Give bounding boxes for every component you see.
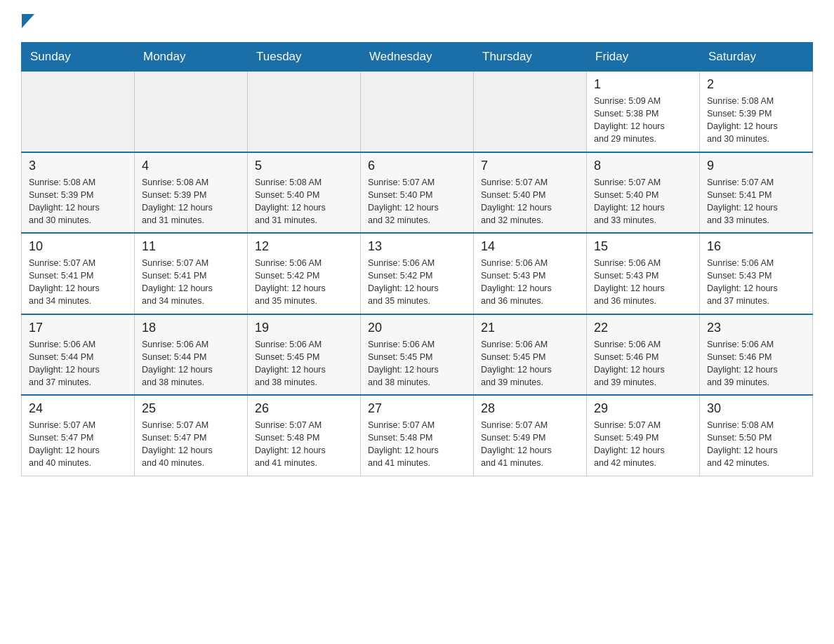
day-number: 12 xyxy=(255,239,353,254)
day-info: Sunrise: 5:07 AMSunset: 5:49 PMDaylight:… xyxy=(481,419,579,470)
calendar-cell: 14Sunrise: 5:06 AMSunset: 5:43 PMDayligh… xyxy=(474,233,587,314)
calendar-cell: 21Sunrise: 5:06 AMSunset: 5:45 PMDayligh… xyxy=(474,314,587,396)
calendar-cell: 2Sunrise: 5:08 AMSunset: 5:39 PMDaylight… xyxy=(700,72,813,152)
day-info: Sunrise: 5:06 AMSunset: 5:46 PMDaylight:… xyxy=(707,338,805,389)
calendar-week-row: 24Sunrise: 5:07 AMSunset: 5:47 PMDayligh… xyxy=(22,395,813,476)
day-info: Sunrise: 5:06 AMSunset: 5:43 PMDaylight:… xyxy=(594,257,692,308)
calendar-cell: 7Sunrise: 5:07 AMSunset: 5:40 PMDaylight… xyxy=(474,152,587,234)
day-info: Sunrise: 5:09 AMSunset: 5:38 PMDaylight:… xyxy=(594,95,692,146)
day-number: 27 xyxy=(368,401,466,416)
calendar-cell xyxy=(22,72,135,152)
day-number: 18 xyxy=(142,321,240,335)
calendar-cell: 17Sunrise: 5:06 AMSunset: 5:44 PMDayligh… xyxy=(22,314,135,396)
day-info: Sunrise: 5:08 AMSunset: 5:50 PMDaylight:… xyxy=(707,419,805,470)
calendar-cell: 10Sunrise: 5:07 AMSunset: 5:41 PMDayligh… xyxy=(22,233,135,314)
day-of-week-header: Sunday xyxy=(22,43,135,72)
svg-marker-0 xyxy=(22,14,34,28)
logo xyxy=(21,14,34,28)
calendar-cell: 1Sunrise: 5:09 AMSunset: 5:38 PMDaylight… xyxy=(587,72,700,152)
day-number: 25 xyxy=(142,401,240,416)
day-info: Sunrise: 5:07 AMSunset: 5:40 PMDaylight:… xyxy=(594,176,692,227)
day-number: 29 xyxy=(594,401,692,416)
calendar-cell: 23Sunrise: 5:06 AMSunset: 5:46 PMDayligh… xyxy=(700,314,813,396)
calendar-cell xyxy=(248,72,361,152)
day-info: Sunrise: 5:07 AMSunset: 5:48 PMDaylight:… xyxy=(255,419,353,470)
day-number: 6 xyxy=(368,159,466,173)
day-number: 14 xyxy=(481,239,579,254)
day-info: Sunrise: 5:08 AMSunset: 5:39 PMDaylight:… xyxy=(142,176,240,227)
calendar-cell: 29Sunrise: 5:07 AMSunset: 5:49 PMDayligh… xyxy=(587,395,700,476)
calendar-table: SundayMondayTuesdayWednesdayThursdayFrid… xyxy=(21,42,813,476)
day-info: Sunrise: 5:07 AMSunset: 5:41 PMDaylight:… xyxy=(29,257,127,308)
page-header xyxy=(21,14,813,28)
calendar-cell: 15Sunrise: 5:06 AMSunset: 5:43 PMDayligh… xyxy=(587,233,700,314)
calendar-cell xyxy=(135,72,248,152)
day-info: Sunrise: 5:07 AMSunset: 5:49 PMDaylight:… xyxy=(594,419,692,470)
day-number: 10 xyxy=(29,239,127,254)
day-number: 16 xyxy=(707,239,805,254)
day-info: Sunrise: 5:07 AMSunset: 5:48 PMDaylight:… xyxy=(368,419,466,470)
day-number: 24 xyxy=(29,401,127,416)
calendar-week-row: 1Sunrise: 5:09 AMSunset: 5:38 PMDaylight… xyxy=(22,72,813,152)
day-number: 7 xyxy=(481,159,579,173)
calendar-cell: 4Sunrise: 5:08 AMSunset: 5:39 PMDaylight… xyxy=(135,152,248,234)
calendar-cell: 11Sunrise: 5:07 AMSunset: 5:41 PMDayligh… xyxy=(135,233,248,314)
calendar-cell: 12Sunrise: 5:06 AMSunset: 5:42 PMDayligh… xyxy=(248,233,361,314)
calendar-header-row: SundayMondayTuesdayWednesdayThursdayFrid… xyxy=(22,43,813,72)
calendar-cell: 20Sunrise: 5:06 AMSunset: 5:45 PMDayligh… xyxy=(361,314,474,396)
calendar-cell: 28Sunrise: 5:07 AMSunset: 5:49 PMDayligh… xyxy=(474,395,587,476)
day-number: 5 xyxy=(255,159,353,173)
calendar-cell: 6Sunrise: 5:07 AMSunset: 5:40 PMDaylight… xyxy=(361,152,474,234)
day-of-week-header: Wednesday xyxy=(361,43,474,72)
calendar-cell xyxy=(474,72,587,152)
day-info: Sunrise: 5:06 AMSunset: 5:44 PMDaylight:… xyxy=(29,338,127,389)
day-number: 17 xyxy=(29,321,127,335)
day-number: 11 xyxy=(142,239,240,254)
calendar-cell: 5Sunrise: 5:08 AMSunset: 5:40 PMDaylight… xyxy=(248,152,361,234)
calendar-week-row: 17Sunrise: 5:06 AMSunset: 5:44 PMDayligh… xyxy=(22,314,813,396)
day-info: Sunrise: 5:06 AMSunset: 5:43 PMDaylight:… xyxy=(481,257,579,308)
day-of-week-header: Thursday xyxy=(474,43,587,72)
day-info: Sunrise: 5:07 AMSunset: 5:40 PMDaylight:… xyxy=(481,176,579,227)
logo-arrow-icon xyxy=(22,14,34,31)
day-info: Sunrise: 5:06 AMSunset: 5:43 PMDaylight:… xyxy=(707,257,805,308)
calendar-cell: 16Sunrise: 5:06 AMSunset: 5:43 PMDayligh… xyxy=(700,233,813,314)
day-number: 21 xyxy=(481,321,579,335)
day-info: Sunrise: 5:06 AMSunset: 5:44 PMDaylight:… xyxy=(142,338,240,389)
day-number: 9 xyxy=(707,159,805,173)
calendar-week-row: 10Sunrise: 5:07 AMSunset: 5:41 PMDayligh… xyxy=(22,233,813,314)
day-number: 23 xyxy=(707,321,805,335)
day-of-week-header: Tuesday xyxy=(248,43,361,72)
day-number: 15 xyxy=(594,239,692,254)
day-of-week-header: Monday xyxy=(135,43,248,72)
day-number: 20 xyxy=(368,321,466,335)
day-info: Sunrise: 5:06 AMSunset: 5:45 PMDaylight:… xyxy=(481,338,579,389)
day-number: 8 xyxy=(594,159,692,173)
calendar-cell: 30Sunrise: 5:08 AMSunset: 5:50 PMDayligh… xyxy=(700,395,813,476)
day-info: Sunrise: 5:08 AMSunset: 5:39 PMDaylight:… xyxy=(707,95,805,146)
day-number: 2 xyxy=(707,77,805,92)
day-number: 30 xyxy=(707,401,805,416)
day-number: 28 xyxy=(481,401,579,416)
day-info: Sunrise: 5:06 AMSunset: 5:42 PMDaylight:… xyxy=(368,257,466,308)
calendar-cell: 24Sunrise: 5:07 AMSunset: 5:47 PMDayligh… xyxy=(22,395,135,476)
day-number: 26 xyxy=(255,401,353,416)
day-info: Sunrise: 5:06 AMSunset: 5:46 PMDaylight:… xyxy=(594,338,692,389)
calendar-cell: 27Sunrise: 5:07 AMSunset: 5:48 PMDayligh… xyxy=(361,395,474,476)
day-info: Sunrise: 5:07 AMSunset: 5:47 PMDaylight:… xyxy=(142,419,240,470)
day-number: 3 xyxy=(29,159,127,173)
day-number: 19 xyxy=(255,321,353,335)
day-info: Sunrise: 5:07 AMSunset: 5:40 PMDaylight:… xyxy=(368,176,466,227)
calendar-cell: 22Sunrise: 5:06 AMSunset: 5:46 PMDayligh… xyxy=(587,314,700,396)
day-number: 13 xyxy=(368,239,466,254)
calendar-cell: 19Sunrise: 5:06 AMSunset: 5:45 PMDayligh… xyxy=(248,314,361,396)
day-info: Sunrise: 5:07 AMSunset: 5:47 PMDaylight:… xyxy=(29,419,127,470)
day-info: Sunrise: 5:06 AMSunset: 5:42 PMDaylight:… xyxy=(255,257,353,308)
calendar-cell: 13Sunrise: 5:06 AMSunset: 5:42 PMDayligh… xyxy=(361,233,474,314)
day-info: Sunrise: 5:06 AMSunset: 5:45 PMDaylight:… xyxy=(255,338,353,389)
calendar-cell: 8Sunrise: 5:07 AMSunset: 5:40 PMDaylight… xyxy=(587,152,700,234)
day-of-week-header: Friday xyxy=(587,43,700,72)
day-info: Sunrise: 5:06 AMSunset: 5:45 PMDaylight:… xyxy=(368,338,466,389)
calendar-cell: 9Sunrise: 5:07 AMSunset: 5:41 PMDaylight… xyxy=(700,152,813,234)
day-info: Sunrise: 5:07 AMSunset: 5:41 PMDaylight:… xyxy=(142,257,240,308)
